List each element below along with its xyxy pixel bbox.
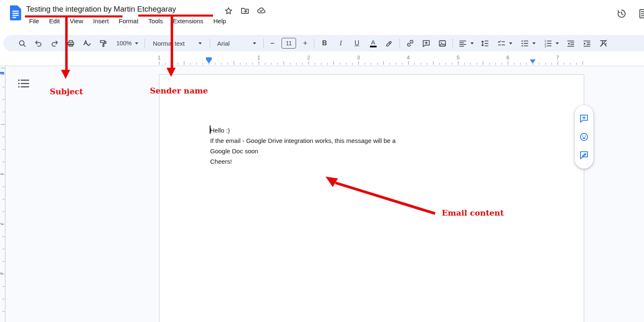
left-indent-marker[interactable] [206,59,212,64]
star-icon[interactable] [223,6,233,16]
top-margin-marker[interactable] [0,72,4,74]
numbered-list-icon: 123 [544,39,552,48]
chevron-down-icon [198,42,202,44]
highlight-color-icon[interactable] [381,35,397,52]
chevron-down-icon [556,42,559,44]
zoom-dropdown[interactable]: 100% [111,40,142,47]
divider [263,39,264,48]
quick-actions-panel [575,105,593,169]
zoom-value: 100% [116,40,132,47]
menu-file[interactable]: File [29,17,39,25]
ruler-ticks [159,61,585,65]
ruler-label: 2 [0,223,4,226]
redo-icon[interactable] [47,35,63,52]
search-icon[interactable] [14,35,30,52]
document-body[interactable]: Hello :) If the email - Google Drive int… [210,125,517,167]
line-spacing-icon[interactable] [477,35,493,52]
print-icon[interactable] [63,35,79,52]
align-dropdown[interactable] [455,35,477,52]
font-family-dropdown[interactable]: Arial [212,40,261,47]
document-title[interactable]: Testing the integration by Martin Etcheg… [26,5,176,14]
italic-button[interactable]: I [333,35,349,52]
ruler-label: 1 [0,173,4,176]
menu-format[interactable]: Format [119,17,139,25]
doc-line[interactable]: Google Doc soon [210,146,517,156]
doc-line[interactable]: If the email - Google Drive integration … [210,135,517,146]
divider [399,39,400,48]
move-folder-icon[interactable] [240,6,250,16]
header: Testing the integration by Martin Etcheg… [0,0,644,35]
link-icon[interactable] [402,35,418,52]
chevron-down-icon [470,42,474,44]
divider [144,39,145,48]
spellcheck-icon[interactable] [79,35,95,52]
menu-help[interactable]: Help [213,17,226,25]
bulleted-list-dropdown[interactable] [516,35,539,52]
ruler-label: 5 [456,54,459,61]
menu-view[interactable]: View [70,17,83,25]
paragraph-style-value: Normal text [153,40,185,47]
document-page[interactable]: Hello :) If the email - Google Drive int… [159,74,584,322]
ruler-label: 6 [506,54,509,61]
bulleted-list-icon [520,39,529,48]
ruler-label: 1 [257,54,260,61]
divider [453,39,453,48]
version-history-icon[interactable] [615,7,628,20]
chevron-down-icon [135,42,138,44]
ruler-label: 4 [406,54,409,61]
side-panel-icon[interactable] [639,9,644,18]
text-color-button[interactable]: A [365,35,381,52]
suggest-edits-icon[interactable] [578,150,590,161]
clear-formatting-icon[interactable] [595,35,611,52]
editor-canvas: 1 2 3 Hello :) If the email - Google Dri… [0,66,644,322]
chevron-down-icon [532,42,536,44]
increase-indent-icon[interactable] [579,35,595,52]
google-docs-logo [10,5,21,20]
doc-line[interactable]: Cheers! [210,156,517,167]
bold-button[interactable]: B [316,35,333,52]
ruler-label: 2 [307,54,310,61]
increase-font-size-button[interactable]: + [299,35,312,52]
cloud-saved-icon[interactable] [256,6,266,16]
font-family-value: Arial [217,40,230,47]
insert-image-icon[interactable] [434,35,451,52]
emoji-icon[interactable] [578,131,590,143]
svg-text:3: 3 [544,44,546,47]
divider [210,39,210,48]
doc-line[interactable]: Hello :) [210,125,517,135]
undo-icon[interactable] [30,35,47,52]
horizontal-ruler: 1 1 2 3 4 5 6 7 [0,53,644,66]
font-size-input[interactable]: 11 [282,38,296,49]
ruler-label: 1 [157,54,160,61]
paint-format-icon[interactable] [95,35,111,52]
divider [314,39,314,48]
menu-extensions[interactable]: Extensions [173,17,203,25]
chevron-down-icon [509,42,512,44]
menu-tools[interactable]: Tools [148,17,163,25]
underline-button[interactable]: U [349,35,365,52]
align-left-icon [458,39,467,48]
document-outline-icon[interactable] [17,77,31,90]
menubar: File Edit View Insert Format Tools Exten… [29,17,226,25]
chevron-down-icon [253,42,256,44]
right-indent-marker[interactable] [530,59,536,64]
google-docs-app: Testing the integration by Martin Etcheg… [0,0,644,322]
ruler-label: 7 [556,54,559,61]
ruler-label: 3 [357,54,360,61]
paragraph-style-dropdown[interactable]: Normal text [147,40,208,47]
menu-insert[interactable]: Insert [93,17,109,25]
add-comment-icon[interactable] [418,35,434,52]
vertical-ruler: 1 2 3 [0,66,5,322]
decrease-font-size-button[interactable]: − [266,35,279,52]
menu-edit[interactable]: Edit [49,17,60,25]
ruler-label: 3 [0,273,4,275]
toolbar: 100% Normal text Arial − 11 + B I U [3,35,644,52]
ruler-ticks [1,66,5,322]
checklist-dropdown[interactable] [493,35,516,52]
decrease-indent-icon[interactable] [563,35,579,52]
add-comment-icon[interactable] [578,113,590,124]
numbered-list-dropdown[interactable]: 123 [539,35,563,52]
checklist-icon [497,39,506,48]
